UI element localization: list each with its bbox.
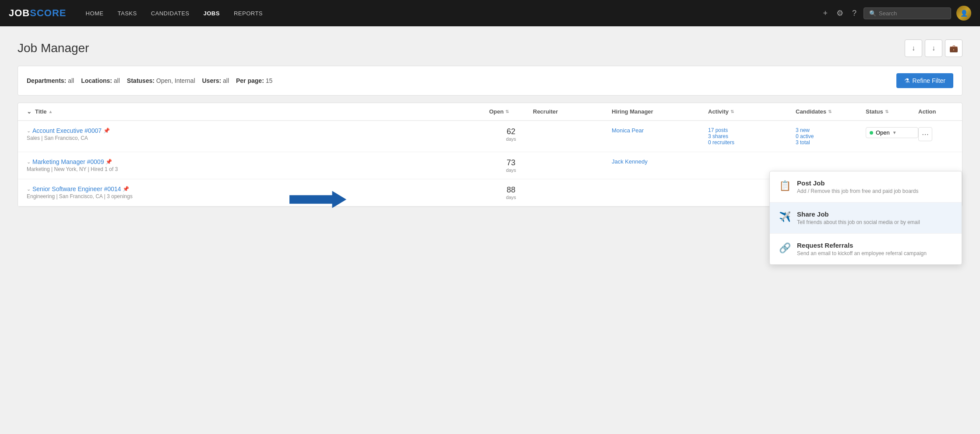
col-title: ⌄ Title ▲ [27,108,489,115]
share-button[interactable]: 💼 [945,39,962,57]
open-days-cell: 62 days [489,127,533,142]
export-csv-icon: ↓ [912,44,915,52]
search-bar[interactable]: 🔍 [864,7,951,19]
nav-tasks[interactable]: TASKS [112,7,143,20]
post-job-title: Post Job [797,179,919,187]
hiring-manager-cell: Jack Kennedy [612,158,708,165]
col-open: Open ⇅ [489,108,533,115]
candidates-cell: 3 new 0 active 3 total [796,127,866,146]
job-subtitle: Engineering | San Francisco, CA | 3 open… [27,193,489,199]
row-expand-icon[interactable]: ⌄ [27,186,31,192]
open-days-number: 88 [489,185,533,195]
activity-posts-link[interactable]: 17 posts [708,127,728,133]
nav-links: HOME TASKS CANDIDATES JOBS REPORTS [80,7,821,20]
pin-icon[interactable]: 📌 [106,159,112,165]
share-job-title: Share Job [797,210,920,218]
sort-activity-icon[interactable]: ⇅ [730,109,734,114]
page-content: Job Manager ↓ ↓ 💼 Departments: all Locat… [0,26,980,220]
page-title: Job Manager [18,41,89,55]
post-job-text: Post Job Add / Remove this job from free… [797,179,919,194]
refine-filter-button[interactable]: ⚗ Refine Filter [896,73,953,88]
users-filter: Users: all [202,77,229,84]
avatar[interactable]: 👤 [956,6,971,21]
statuses-filter: Statuses: Open, Internal [127,77,195,84]
post-job-icon: 📋 [779,180,791,192]
open-days-number: 62 [489,127,533,136]
share-job-text: Share Job Tell friends about this job on… [797,210,920,225]
help-button[interactable]: ? [850,7,858,20]
post-job-item[interactable]: 📋 Post Job Add / Remove this job from fr… [770,171,962,203]
activity-shares-link[interactable]: 3 shares [708,133,728,139]
open-days-label: days [489,195,533,200]
add-button[interactable]: + [821,7,829,20]
candidates-total-link[interactable]: 3 total [796,139,810,146]
row-expand-icon[interactable]: ⌄ [27,159,31,165]
candidates-active-link[interactable]: 0 active [796,133,814,139]
request-referrals-title: Request Referrals [797,242,927,249]
nav-candidates[interactable]: CANDIDATES [145,7,196,20]
post-job-desc: Add / Remove this job from free and paid… [797,188,919,194]
open-days-label: days [489,136,533,142]
filter-icon: ⚗ [904,77,910,84]
avatar-image: 👤 [956,6,971,21]
hiring-manager-link[interactable]: Jack Kennedy [612,158,648,165]
nav-jobs[interactable]: JOBS [197,7,226,20]
job-subtitle: Marketing | New York, NY | Hired 1 of 3 [27,166,489,172]
action-cell: ⋯ [918,127,953,141]
status-dot [870,131,873,135]
request-referrals-desc: Send an email to kickoff an employee ref… [797,250,927,256]
pin-icon[interactable]: 📌 [103,128,110,134]
table-row: ⌄ Account Executive #0007 📌 Sales | San … [18,121,962,152]
activity-recruiters-link[interactable]: 0 recruiters [708,139,734,146]
export-csv-button[interactable]: ↓ [905,39,922,57]
collapse-all-icon[interactable]: ⌄ [27,108,32,115]
status-label: Open [876,129,890,136]
col-action: Action [918,108,953,115]
logo-score: SCORE [30,7,66,19]
col-candidates: Candidates ⇅ [796,108,866,115]
nav-home[interactable]: HOME [80,7,110,20]
job-title-link[interactable]: Senior Software Engineer #0014 [32,185,121,192]
sort-candidates-icon[interactable]: ⇅ [828,109,832,114]
nav-right: + ⚙ ? 🔍 👤 [821,6,971,21]
job-title-link[interactable]: Marketing Manager #0009 [32,158,104,165]
row-expand-icon[interactable]: ⌄ [27,128,31,134]
request-referrals-item[interactable]: 🔗 Request Referrals Send an email to kic… [770,234,962,264]
settings-button[interactable]: ⚙ [835,7,845,20]
share-icon: 💼 [949,44,958,53]
job-title-cell: ⌄ Account Executive #0007 📌 Sales | San … [27,127,489,141]
pin-icon[interactable]: 📌 [123,186,129,192]
open-days-label: days [489,167,533,173]
export-pdf-icon: ↓ [932,44,935,52]
hiring-manager-link[interactable]: Monica Pear [612,127,644,134]
hiring-manager-cell: Monica Pear [612,127,708,134]
status-chevron-icon: ▼ [892,130,897,135]
share-job-item[interactable]: ✈️ Share Job Tell friends about this job… [770,203,962,234]
table-header: ⌄ Title ▲ Open ⇅ Recruiter Hiring Manage… [18,103,962,121]
share-job-icon: ✈️ [779,211,791,223]
status-badge[interactable]: Open ▼ [866,127,918,138]
jobs-table: ⌄ Title ▲ Open ⇅ Recruiter Hiring Manage… [18,103,962,207]
request-referrals-icon: 🔗 [779,242,791,254]
locations-filter: Locations: all [81,77,120,84]
logo-job: JOB [9,7,30,19]
action-menu-button[interactable]: ⋯ [918,127,932,141]
header-actions: ↓ ↓ 💼 [905,39,962,57]
logo[interactable]: JOBSCORE [9,7,67,19]
col-status: Status ⇅ [866,108,918,115]
export-pdf-button[interactable]: ↓ [925,39,942,57]
col-recruiter: Recruiter [533,108,612,115]
job-title-cell: ⌄ Marketing Manager #0009 📌 Marketing | … [27,158,489,172]
job-title-link[interactable]: Account Executive #0007 [32,127,102,134]
candidates-new-link[interactable]: 3 new [796,127,810,133]
sort-status-icon[interactable]: ⇅ [885,109,888,114]
departments-filter: Departments: all [27,77,74,84]
sort-open-icon[interactable]: ⇅ [505,109,509,114]
page-header: Job Manager ↓ ↓ 💼 [18,39,962,57]
search-input[interactable] [879,10,945,17]
sort-title-icon[interactable]: ▲ [49,109,53,114]
open-days-number: 73 [489,158,533,167]
share-job-desc: Tell friends about this job on social me… [797,219,920,225]
nav-reports[interactable]: REPORTS [228,7,269,20]
filter-info: Departments: all Locations: all Statuses… [27,77,272,84]
